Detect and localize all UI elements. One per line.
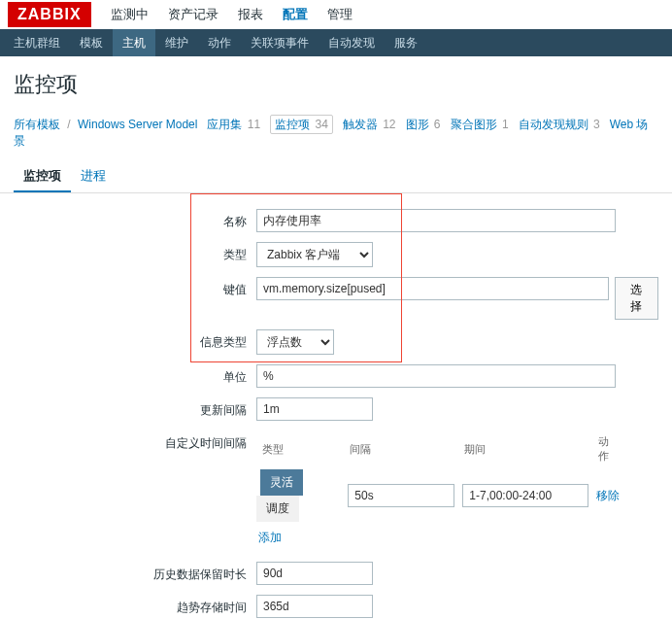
interval-delay-input[interactable]: [348, 484, 454, 507]
type-select[interactable]: Zabbix 客户端: [256, 242, 373, 267]
subnav-维护[interactable]: 维护: [155, 29, 198, 56]
crumb-all-templates[interactable]: 所有模板: [14, 118, 60, 131]
infotype-select[interactable]: 浮点数: [256, 329, 334, 355]
history-input[interactable]: [256, 562, 373, 585]
chip-flexible[interactable]: 灵活: [260, 469, 303, 496]
subnav-主机群组[interactable]: 主机群组: [4, 29, 70, 56]
crumb-应用集[interactable]: 应用集: [207, 118, 242, 131]
crumb-model[interactable]: Windows Server Model: [78, 118, 197, 131]
topnav-监测中[interactable]: 监测中: [101, 0, 158, 29]
subnav-自动发现[interactable]: 自动发现: [319, 29, 385, 56]
topnav-管理[interactable]: 管理: [318, 0, 362, 29]
name-input[interactable]: [256, 209, 616, 232]
ih-interval: 间隔: [344, 430, 458, 467]
subnav-主机[interactable]: 主机: [113, 29, 155, 56]
subnav-动作[interactable]: 动作: [198, 29, 241, 56]
trend-input[interactable]: [256, 595, 373, 618]
remove-interval-link[interactable]: 移除: [596, 489, 620, 502]
topnav-报表[interactable]: 报表: [228, 0, 273, 29]
topnav-配置[interactable]: 配置: [273, 0, 318, 29]
label-name: 名称: [14, 209, 256, 230]
chip-scheduling[interactable]: 调度: [256, 496, 299, 522]
label-unit: 单位: [14, 364, 256, 386]
subnav-服务[interactable]: 服务: [385, 29, 427, 56]
subnav-模板[interactable]: 模板: [70, 29, 113, 56]
tab-进程[interactable]: 进程: [71, 161, 116, 190]
page-title: 监控项: [14, 70, 658, 99]
add-interval-link[interactable]: 添加: [258, 531, 282, 544]
ih-type: 类型: [256, 430, 344, 467]
label-history: 历史数据保留时长: [14, 562, 256, 583]
label-type: 类型: [14, 242, 256, 263]
crumb-触发器[interactable]: 触发器: [343, 118, 378, 131]
breadcrumb: 所有模板 / Windows Server Model 应用集 11 监控项 3…: [0, 109, 672, 155]
tab-监控项[interactable]: 监控项: [14, 161, 71, 192]
ih-period: 期间: [458, 430, 592, 467]
label-trend: 趋势存储时间: [14, 595, 256, 616]
crumb-自动发现规则[interactable]: 自动发现规则: [519, 118, 588, 131]
label-custom-interval: 自定义时间间隔: [14, 430, 256, 452]
interval-period-input[interactable]: [462, 484, 588, 507]
crumb-监控项[interactable]: 监控项: [275, 118, 310, 131]
ih-action: 动作: [592, 430, 625, 467]
crumb-图形[interactable]: 图形: [406, 118, 429, 131]
key-input[interactable]: [256, 277, 609, 300]
zabbix-logo: ZABBIX: [8, 2, 91, 27]
update-interval-input[interactable]: [256, 397, 373, 421]
label-key: 键值: [14, 277, 256, 298]
select-key-button[interactable]: 选择: [615, 277, 659, 320]
subnav-关联项事件[interactable]: 关联项事件: [241, 29, 319, 56]
crumb-聚合图形[interactable]: 聚合图形: [451, 118, 497, 131]
label-update-interval: 更新间隔: [14, 397, 256, 419]
unit-input[interactable]: [256, 364, 616, 388]
topnav-资产记录[interactable]: 资产记录: [158, 0, 228, 29]
label-infotype: 信息类型: [14, 329, 256, 351]
